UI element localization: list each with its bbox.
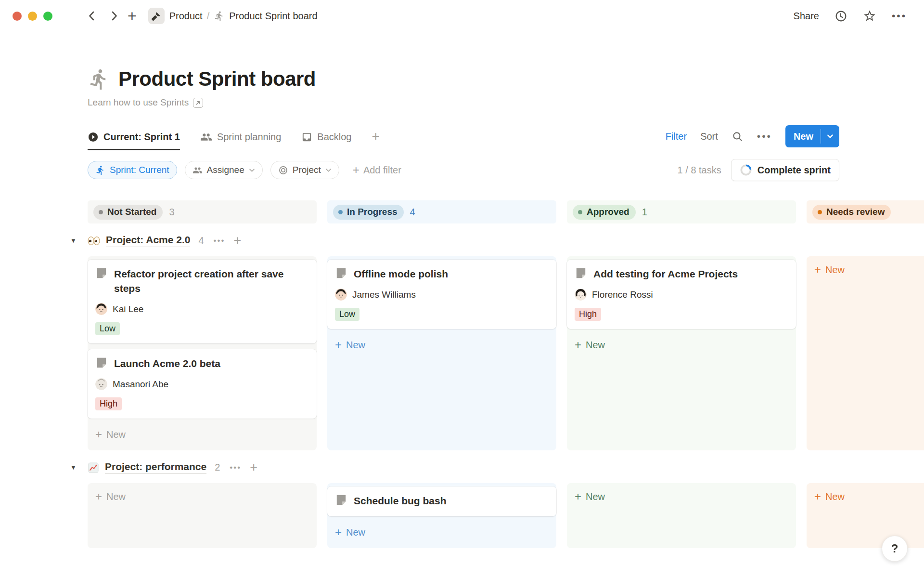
task-card[interactable]: Launch Acme 2.0 betaMasanori AbeHigh (88, 349, 317, 419)
tab-label: Sprint planning (217, 131, 281, 143)
task-card[interactable]: Schedule bug bash (327, 486, 556, 516)
workspace-hammer-icon[interactable] (148, 8, 165, 24)
filter-button[interactable]: Filter (666, 131, 687, 142)
zoom-window-icon[interactable] (43, 12, 52, 21)
filter-pill-label: Project (293, 165, 321, 175)
card-title: Refactor project creation after save ste… (114, 267, 293, 296)
filter-pill-project[interactable]: Project (270, 161, 339, 179)
column-header-needs_review[interactable]: Needs review (807, 200, 924, 223)
priority-tag: High (575, 308, 601, 321)
column-header-approved[interactable]: Approved1 (567, 200, 796, 223)
column-header-in_progress[interactable]: In Progress4 (327, 200, 556, 223)
page-icon (335, 267, 347, 279)
status-pill: Needs review (812, 205, 891, 220)
new-card-button[interactable]: +New (807, 260, 924, 280)
page-icon (95, 267, 108, 279)
group-more-icon[interactable]: ••• (214, 236, 225, 246)
breadcrumb-page[interactable]: Product Sprint board (229, 11, 317, 22)
status-dot-icon (578, 210, 582, 214)
forward-icon[interactable] (108, 10, 120, 22)
column-count: 4 (410, 207, 415, 218)
complete-sprint-label: Complete sprint (757, 165, 831, 176)
chevron-down-icon (325, 167, 332, 173)
new-card-button[interactable]: +New (567, 486, 796, 507)
column-body-not_started: Refactor project creation after save ste… (88, 256, 317, 450)
more-icon[interactable]: ••• (892, 10, 907, 22)
priority-tag: Low (95, 322, 120, 335)
complete-sprint-button[interactable]: Complete sprint (731, 159, 839, 181)
search-icon[interactable] (732, 131, 744, 143)
plus-icon: + (575, 339, 581, 351)
task-card[interactable]: Add testing for Acme ProjectsFlorence Ro… (567, 260, 796, 329)
plus-icon: + (335, 526, 342, 538)
column-approved: Approved1 (567, 200, 796, 223)
group-more-icon[interactable]: ••• (230, 463, 241, 473)
star-icon[interactable] (863, 9, 876, 23)
add-filter-button[interactable]: + Add filter (353, 163, 401, 177)
tab-current-sprint[interactable]: Current: Sprint 1 (88, 127, 180, 150)
learn-link[interactable]: Learn how to use Sprints (88, 97, 839, 108)
page-runner-icon[interactable] (88, 68, 110, 91)
tray-icon (301, 131, 312, 143)
page-title: Product Sprint board (118, 67, 316, 91)
close-window-icon[interactable] (13, 12, 22, 21)
priority-tag: Low (335, 308, 359, 321)
task-card[interactable]: Refactor project creation after save ste… (88, 260, 317, 343)
card-title: Launch Acme 2.0 beta (114, 356, 220, 371)
collapse-triangle-icon[interactable]: ▼ (70, 237, 81, 244)
column-body-approved: Add testing for Acme ProjectsFlorence Ro… (567, 256, 796, 450)
runner-icon (95, 165, 105, 175)
new-tab-icon[interactable]: + (128, 8, 137, 24)
new-card-button[interactable]: +New (88, 424, 317, 445)
group-add-icon[interactable]: + (233, 233, 241, 248)
new-card-button[interactable]: +New (327, 522, 556, 542)
page-icon (335, 267, 347, 281)
card-title: Offline mode polish (354, 267, 448, 281)
column-header-not_started[interactable]: Not Started3 (88, 200, 317, 223)
status-dot-icon (338, 210, 343, 214)
filter-pill-sprint[interactable]: Sprint: Current (88, 161, 177, 179)
filter-pill-label: Sprint: Current (110, 165, 169, 175)
help-button[interactable]: ? (882, 536, 908, 562)
column-in_progress: In Progress4 (327, 200, 556, 223)
column-body-in_progress: Schedule bug bash+New (327, 483, 556, 548)
plus-icon: + (814, 491, 821, 502)
tab-backlog[interactable]: Backlog (301, 127, 351, 150)
share-button[interactable]: Share (794, 11, 819, 22)
new-card-button[interactable]: +New (807, 486, 924, 507)
status-dot-icon (818, 210, 822, 214)
page-icon (95, 356, 108, 369)
add-view-icon[interactable]: + (372, 129, 380, 148)
filter-pill-assignee[interactable]: Assignee (185, 161, 263, 179)
new-button[interactable]: New (785, 125, 839, 147)
breadcrumb-workspace[interactable]: Product (169, 11, 203, 22)
back-icon[interactable] (86, 10, 98, 22)
group-title[interactable]: Project: Acme 2.0 (106, 234, 190, 247)
learn-link-label: Learn how to use Sprints (88, 97, 189, 108)
minimize-window-icon[interactable] (28, 12, 37, 21)
chart-up-icon (88, 462, 99, 473)
tab-sprint-planning[interactable]: Sprint planning (200, 126, 281, 151)
card-assignee: Kai Lee (95, 303, 309, 315)
runner-icon (214, 11, 225, 22)
target-icon (278, 165, 288, 175)
new-card-button[interactable]: +New (327, 335, 556, 355)
new-card-button[interactable]: +New (567, 335, 796, 355)
page-icon (575, 267, 587, 281)
plus-icon: + (95, 491, 102, 502)
group-title[interactable]: Project: performance (105, 461, 206, 474)
clock-icon[interactable] (834, 10, 847, 23)
view-more-icon[interactable]: ••• (757, 131, 772, 142)
avatar (95, 303, 107, 315)
task-card[interactable]: Offline mode polishJames WilliamsLow (327, 260, 556, 329)
collapse-triangle-icon[interactable]: ▼ (70, 464, 81, 471)
sort-button[interactable]: Sort (700, 131, 718, 142)
people-icon (192, 165, 203, 175)
group-add-icon[interactable]: + (250, 460, 257, 475)
chevron-down-icon[interactable] (821, 125, 839, 147)
plus-icon: + (575, 491, 581, 502)
new-card-button[interactable]: +New (88, 486, 317, 507)
page-icon (95, 356, 108, 371)
group-header: ▼Project: Acme 2.04•••+ (70, 233, 924, 248)
menu-icon[interactable] (63, 12, 76, 20)
